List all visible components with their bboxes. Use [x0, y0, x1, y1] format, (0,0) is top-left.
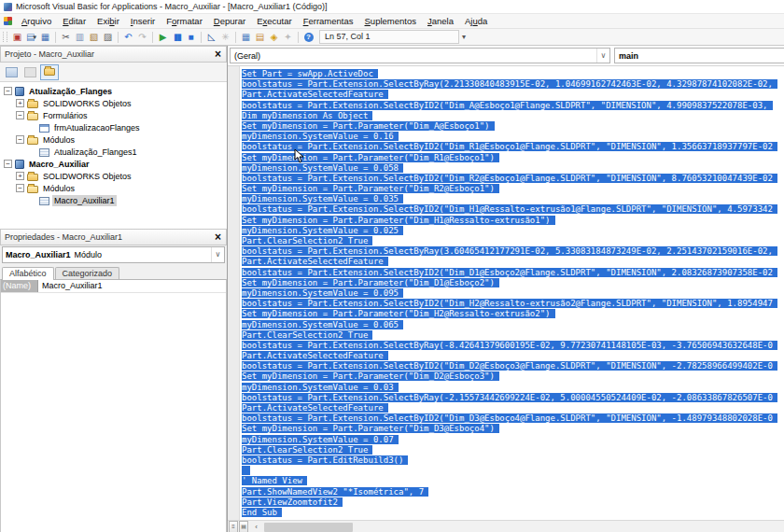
menu-editar[interactable]: Editar	[57, 15, 91, 27]
procedure-combobox[interactable]: main	[614, 48, 784, 63]
run-button[interactable]: ▶	[156, 31, 170, 44]
menu-depurar[interactable]: Depurar	[208, 15, 251, 27]
code-line[interactable]: boolstatus = Part.Extension.SelectByID2(…	[242, 142, 784, 152]
insert-object-button[interactable]: ▤▾	[24, 31, 38, 44]
horizontal-scrollbar[interactable]: ≡ ▤ ‹	[228, 520, 784, 532]
menu-executar[interactable]: Executar	[251, 15, 298, 27]
menu-inserir[interactable]: Inserir	[125, 15, 161, 27]
code-line[interactable]: Part.ActivateSelectedFeature	[242, 351, 784, 361]
tree-expander-icon[interactable]: −	[4, 87, 12, 95]
code-line[interactable]: Part.ActivateSelectedFeature	[242, 403, 784, 413]
menu-exibir[interactable]: Exibir	[91, 15, 125, 27]
code-line[interactable]: myDimension.SystemValue = 0.03	[242, 383, 784, 393]
chevron-down-icon[interactable]: ∨	[211, 247, 224, 262]
solidworks-button[interactable]: ▣	[10, 31, 24, 44]
code-line[interactable]: Dim myDimension As Object	[242, 111, 784, 121]
code-line[interactable]: Set myDimension = Part.Parameter("Dim_D3…	[242, 424, 784, 434]
property-row[interactable]: (Name)Macro_Auxiliar1	[1, 280, 226, 293]
tree-item-solidworks-objetos[interactable]: +SOLIDWORKS Objetos	[0, 170, 227, 182]
code-line[interactable]: boolstatus = Part.Extension.SelectByID2(…	[242, 299, 784, 309]
copy-button[interactable]: ▥	[73, 31, 87, 44]
tree-expander-icon[interactable]: −	[16, 111, 24, 119]
menu-janela[interactable]: Janela	[422, 15, 459, 27]
tree-expander-icon[interactable]: −	[16, 184, 24, 192]
code-line[interactable]: Set myDimension = Part.Parameter("Dim_A@…	[242, 121, 784, 132]
code-line[interactable]: End Sub	[242, 508, 784, 518]
code-line[interactable]: ' Named View	[242, 476, 784, 486]
code-line[interactable]: Set myDimension = Part.Parameter("Dim_H1…	[242, 216, 784, 226]
toggle-folders-button[interactable]	[40, 64, 59, 80]
code-line[interactable]: boolstatus = Part.Extension.SelectByID2(…	[242, 101, 784, 111]
tree-expander-icon[interactable]: −	[4, 160, 12, 168]
menu-suplementos[interactable]: Suplementos	[359, 15, 422, 27]
code-line[interactable]: myDimension.SystemValue = 0.095	[242, 288, 784, 299]
code-line[interactable]: myDimension.SystemValue = 0.058	[242, 163, 784, 174]
scrollbar-thumb[interactable]	[264, 523, 353, 532]
save-button[interactable]: ▦	[38, 31, 52, 44]
code-line[interactable]: myDimension.SystemValue = 0.065	[242, 320, 784, 330]
procedure-view-button[interactable]: ≡	[229, 521, 238, 532]
code-line[interactable]: Part.ClearSelection2 True	[242, 445, 784, 455]
tree-item-macro-auxiliar1[interactable]: Macro_Auxiliar1	[0, 194, 227, 206]
design-mode-button[interactable]: ◺	[204, 31, 218, 44]
code-text[interactable]: Set Part = swApp.ActiveDocboolstatus = P…	[240, 66, 784, 520]
code-line[interactable]: Set Part = swApp.ActiveDoc	[242, 69, 784, 79]
code-line[interactable]: boolstatus = Part.Extension.SelectByID2(…	[242, 361, 784, 371]
object-browser-button[interactable]: ◈	[267, 31, 281, 44]
tab-alfabetico[interactable]: Alfabético	[2, 267, 54, 280]
help-button[interactable]: ?	[301, 31, 315, 44]
scroll-left-icon[interactable]: ‹	[250, 522, 262, 532]
undo-button[interactable]: ↶	[121, 31, 135, 44]
property-name[interactable]: (Name)	[1, 280, 38, 292]
full-module-view-button[interactable]: ▤	[239, 521, 248, 532]
code-line[interactable]: myDimension.SystemValue = 0.07	[242, 435, 784, 445]
tree-item-modulos[interactable]: −Módulos	[0, 182, 227, 194]
code-line[interactable]: boolstatus = Part.Extension.SelectByID2(…	[242, 413, 784, 424]
tree-item-modulos[interactable]: −Módulos	[0, 133, 227, 146]
tree-item-macro-auxiliar[interactable]: −Macro_Auxiliar	[0, 158, 227, 170]
code-line[interactable]: Part.ClearSelection2 True	[242, 330, 784, 341]
code-line[interactable]: Set myDimension = Part.Parameter("Dim_H2…	[242, 309, 784, 319]
code-line[interactable]: boolstatus = Part.Extension.SelectByRay(…	[242, 341, 784, 351]
menu-formatar[interactable]: Formatar	[161, 15, 208, 27]
view-code-button[interactable]	[3, 65, 20, 79]
toolbar-drag-handle[interactable]	[3, 32, 7, 42]
code-line[interactable]: boolstatus = Part.EditRebuild3()	[242, 455, 784, 466]
gear-button[interactable]: ✳	[218, 31, 232, 44]
find-button[interactable]: ▨	[101, 31, 115, 44]
code-line[interactable]: Part.ActivateSelectedFeature	[242, 90, 784, 100]
chevron-down-icon[interactable]: ∨	[596, 49, 609, 63]
code-line[interactable]: Part.ViewZoomtofit2	[242, 497, 784, 508]
code-line[interactable]: Part.ShowNamedView2 "*Isométrica", 7	[242, 487, 784, 497]
reset-button[interactable]: ■	[184, 31, 198, 44]
code-line[interactable]: Set myDimension = Part.Parameter("Dim_R1…	[242, 153, 784, 163]
close-icon[interactable]: ×	[214, 231, 222, 243]
close-icon[interactable]: ×	[214, 49, 222, 60]
tree-item-atualizacao-flanges[interactable]: −Atualização_Flanges	[0, 85, 227, 97]
properties-window-button[interactable]: ▤	[253, 31, 267, 44]
code-line[interactable]: boolstatus = Part.Extension.SelectByRay(…	[242, 246, 784, 257]
tree-item-frmatualizacaoflanges[interactable]: frmAtualizacaoFlanges	[0, 121, 227, 133]
code-line[interactable]: Part.ActivateSelectedFeature	[242, 257, 784, 267]
code-line[interactable]: Set myDimension = Part.Parameter("Dim_D2…	[242, 371, 784, 382]
code-line[interactable]	[242, 466, 784, 476]
tab-categorizado[interactable]: Categorizado	[55, 267, 120, 279]
breakpoint-margin[interactable]	[228, 66, 240, 520]
view-object-button[interactable]	[21, 65, 38, 79]
paste-button[interactable]: ▧	[87, 31, 101, 44]
property-value[interactable]: Macro_Auxiliar1	[38, 280, 103, 292]
break-button[interactable]: ▮▮	[170, 31, 184, 44]
code-line[interactable]: Set myDimension = Part.Parameter("Dim_D1…	[242, 278, 784, 288]
redo-button[interactable]: ↷	[135, 31, 149, 44]
tree-expander-icon[interactable]: +	[16, 99, 24, 107]
toolbox-button[interactable]: ✦	[281, 31, 295, 44]
code-line[interactable]: myDimension.SystemValue = 0.16	[242, 132, 784, 142]
tree-expander-icon[interactable]: +	[16, 172, 24, 180]
object-combobox[interactable]: (Geral) ∨	[230, 48, 610, 63]
code-line[interactable]: Set myDimension = Part.Parameter("Dim_R2…	[242, 184, 784, 194]
code-line[interactable]: boolstatus = Part.Extension.SelectByRay(…	[242, 79, 784, 90]
code-line[interactable]: boolstatus = Part.Extension.SelectByID2(…	[242, 204, 784, 215]
project-explorer-button[interactable]: ▦	[239, 31, 253, 44]
toolbar-overflow-icon[interactable]: ▾	[462, 33, 466, 41]
tree-item-solidworks-objetos[interactable]: +SOLIDWORKS Objetos	[0, 97, 227, 109]
